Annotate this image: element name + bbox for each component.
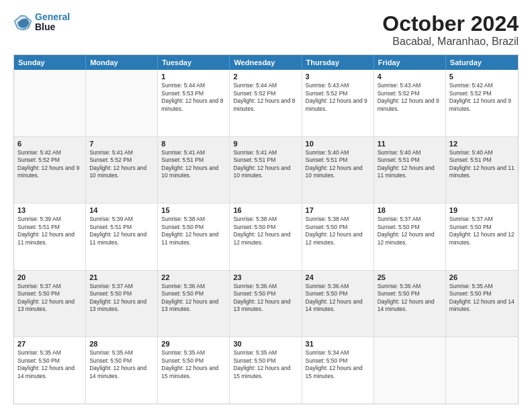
day-number: 24 bbox=[306, 273, 370, 281]
calendar-cell bbox=[446, 337, 518, 404]
day-number: 19 bbox=[449, 206, 515, 214]
day-number: 22 bbox=[161, 273, 226, 281]
calendar-cell: 17Sunrise: 5:38 AMSunset: 5:50 PMDayligh… bbox=[302, 203, 374, 270]
day-number: 4 bbox=[378, 73, 442, 81]
day-number: 21 bbox=[89, 273, 154, 281]
calendar-cell: 22Sunrise: 5:36 AMSunset: 5:50 PMDayligh… bbox=[158, 271, 230, 337]
day-number: 28 bbox=[89, 340, 154, 348]
day-info: Sunrise: 5:36 AMSunset: 5:50 PMDaylight:… bbox=[233, 283, 298, 314]
calendar-cell: 21Sunrise: 5:37 AMSunset: 5:50 PMDayligh… bbox=[86, 271, 158, 337]
day-number: 9 bbox=[233, 140, 298, 148]
day-info: Sunrise: 5:35 AMSunset: 5:50 PMDaylight:… bbox=[17, 349, 82, 380]
header-day-saturday: Saturday bbox=[446, 55, 518, 70]
calendar-cell: 24Sunrise: 5:36 AMSunset: 5:50 PMDayligh… bbox=[302, 271, 374, 337]
logo: General Blue bbox=[13, 12, 70, 33]
calendar-week-4: 20Sunrise: 5:37 AMSunset: 5:50 PMDayligh… bbox=[14, 270, 518, 337]
day-info: Sunrise: 5:36 AMSunset: 5:50 PMDaylight:… bbox=[161, 283, 226, 314]
day-number: 5 bbox=[449, 73, 515, 81]
day-number: 23 bbox=[233, 273, 298, 281]
calendar-body: 1Sunrise: 5:44 AMSunset: 5:53 PMDaylight… bbox=[14, 70, 518, 404]
calendar-cell: 30Sunrise: 5:35 AMSunset: 5:50 PMDayligh… bbox=[230, 337, 302, 404]
calendar-cell bbox=[86, 70, 158, 136]
page: General Blue October 2024 Bacabal, Maran… bbox=[0, 0, 532, 411]
day-number: 8 bbox=[161, 140, 226, 148]
day-number: 6 bbox=[17, 140, 82, 148]
calendar-cell: 25Sunrise: 5:36 AMSunset: 5:50 PMDayligh… bbox=[374, 271, 446, 337]
logo-line1: General bbox=[35, 11, 70, 22]
day-info: Sunrise: 5:39 AMSunset: 5:51 PMDaylight:… bbox=[17, 216, 82, 246]
day-number: 27 bbox=[17, 340, 82, 348]
day-info: Sunrise: 5:36 AMSunset: 5:50 PMDaylight:… bbox=[306, 283, 370, 314]
day-number: 1 bbox=[161, 73, 226, 81]
calendar-cell: 7Sunrise: 5:41 AMSunset: 5:52 PMDaylight… bbox=[86, 137, 158, 203]
calendar-cell: 28Sunrise: 5:35 AMSunset: 5:50 PMDayligh… bbox=[86, 337, 158, 404]
day-number: 15 bbox=[161, 206, 226, 214]
day-info: Sunrise: 5:43 AMSunset: 5:52 PMDaylight:… bbox=[378, 82, 442, 113]
calendar-cell: 12Sunrise: 5:40 AMSunset: 5:51 PMDayligh… bbox=[446, 137, 518, 203]
calendar-cell: 29Sunrise: 5:35 AMSunset: 5:50 PMDayligh… bbox=[158, 337, 230, 404]
logo-text: General Blue bbox=[35, 12, 70, 33]
day-number: 30 bbox=[233, 340, 298, 348]
day-number: 16 bbox=[233, 206, 298, 214]
header-day-friday: Friday bbox=[374, 55, 446, 70]
calendar-week-1: 1Sunrise: 5:44 AMSunset: 5:53 PMDaylight… bbox=[14, 70, 518, 136]
calendar-cell: 14Sunrise: 5:39 AMSunset: 5:51 PMDayligh… bbox=[86, 203, 158, 270]
day-info: Sunrise: 5:37 AMSunset: 5:50 PMDaylight:… bbox=[378, 216, 442, 246]
calendar-week-3: 13Sunrise: 5:39 AMSunset: 5:51 PMDayligh… bbox=[14, 203, 518, 270]
day-number: 10 bbox=[306, 140, 370, 148]
day-number: 3 bbox=[306, 73, 370, 81]
calendar-cell: 26Sunrise: 5:35 AMSunset: 5:50 PMDayligh… bbox=[446, 271, 518, 337]
day-info: Sunrise: 5:38 AMSunset: 5:50 PMDaylight:… bbox=[306, 216, 370, 246]
calendar-cell: 11Sunrise: 5:40 AMSunset: 5:51 PMDayligh… bbox=[374, 137, 446, 203]
title-block: October 2024 Bacabal, Maranhao, Brazil bbox=[382, 12, 519, 48]
day-info: Sunrise: 5:36 AMSunset: 5:50 PMDaylight:… bbox=[378, 283, 442, 314]
day-info: Sunrise: 5:38 AMSunset: 5:50 PMDaylight:… bbox=[161, 216, 226, 246]
day-number: 11 bbox=[378, 140, 442, 148]
day-number: 31 bbox=[306, 340, 370, 348]
day-info: Sunrise: 5:40 AMSunset: 5:51 PMDaylight:… bbox=[378, 149, 442, 180]
calendar-cell: 2Sunrise: 5:44 AMSunset: 5:52 PMDaylight… bbox=[230, 70, 302, 136]
calendar-cell: 9Sunrise: 5:41 AMSunset: 5:51 PMDaylight… bbox=[230, 137, 302, 203]
calendar-cell bbox=[14, 70, 86, 136]
day-info: Sunrise: 5:34 AMSunset: 5:50 PMDaylight:… bbox=[306, 349, 370, 380]
calendar-cell: 16Sunrise: 5:38 AMSunset: 5:50 PMDayligh… bbox=[230, 203, 302, 270]
day-info: Sunrise: 5:43 AMSunset: 5:52 PMDaylight:… bbox=[306, 82, 370, 113]
calendar: SundayMondayTuesdayWednesdayThursdayFrid… bbox=[13, 54, 519, 404]
day-info: Sunrise: 5:42 AMSunset: 5:52 PMDaylight:… bbox=[449, 82, 515, 113]
day-number: 18 bbox=[378, 206, 442, 214]
day-info: Sunrise: 5:37 AMSunset: 5:50 PMDaylight:… bbox=[449, 216, 515, 246]
calendar-cell: 18Sunrise: 5:37 AMSunset: 5:50 PMDayligh… bbox=[374, 203, 446, 270]
calendar-header: SundayMondayTuesdayWednesdayThursdayFrid… bbox=[14, 55, 518, 70]
header-day-wednesday: Wednesday bbox=[230, 55, 302, 70]
calendar-cell: 6Sunrise: 5:42 AMSunset: 5:52 PMDaylight… bbox=[14, 137, 86, 203]
page-subtitle: Bacabal, Maranhao, Brazil bbox=[382, 36, 519, 48]
day-info: Sunrise: 5:35 AMSunset: 5:50 PMDaylight:… bbox=[449, 283, 515, 314]
day-number: 7 bbox=[89, 140, 154, 148]
day-info: Sunrise: 5:39 AMSunset: 5:51 PMDaylight:… bbox=[89, 216, 154, 246]
logo-line2: Blue bbox=[35, 22, 70, 32]
day-number: 26 bbox=[449, 273, 515, 281]
calendar-cell: 8Sunrise: 5:41 AMSunset: 5:51 PMDaylight… bbox=[158, 137, 230, 203]
calendar-cell: 4Sunrise: 5:43 AMSunset: 5:52 PMDaylight… bbox=[374, 70, 446, 136]
day-info: Sunrise: 5:41 AMSunset: 5:52 PMDaylight:… bbox=[89, 149, 154, 180]
day-info: Sunrise: 5:41 AMSunset: 5:51 PMDaylight:… bbox=[233, 149, 298, 180]
calendar-cell: 27Sunrise: 5:35 AMSunset: 5:50 PMDayligh… bbox=[14, 337, 86, 404]
day-info: Sunrise: 5:44 AMSunset: 5:53 PMDaylight:… bbox=[161, 82, 226, 113]
day-info: Sunrise: 5:44 AMSunset: 5:52 PMDaylight:… bbox=[233, 82, 298, 113]
header-day-sunday: Sunday bbox=[14, 55, 86, 70]
calendar-week-2: 6Sunrise: 5:42 AMSunset: 5:52 PMDaylight… bbox=[14, 136, 518, 203]
day-info: Sunrise: 5:35 AMSunset: 5:50 PMDaylight:… bbox=[161, 349, 226, 380]
calendar-cell: 13Sunrise: 5:39 AMSunset: 5:51 PMDayligh… bbox=[14, 203, 86, 270]
day-info: Sunrise: 5:42 AMSunset: 5:52 PMDaylight:… bbox=[17, 149, 82, 180]
day-number: 14 bbox=[89, 206, 154, 214]
day-info: Sunrise: 5:35 AMSunset: 5:50 PMDaylight:… bbox=[89, 349, 154, 380]
day-number: 17 bbox=[306, 206, 370, 214]
day-info: Sunrise: 5:37 AMSunset: 5:50 PMDaylight:… bbox=[89, 283, 154, 314]
header-day-thursday: Thursday bbox=[302, 55, 374, 70]
calendar-cell: 20Sunrise: 5:37 AMSunset: 5:50 PMDayligh… bbox=[14, 271, 86, 337]
calendar-cell: 3Sunrise: 5:43 AMSunset: 5:52 PMDaylight… bbox=[302, 70, 374, 136]
day-number: 13 bbox=[17, 206, 82, 214]
calendar-week-5: 27Sunrise: 5:35 AMSunset: 5:50 PMDayligh… bbox=[14, 336, 518, 404]
header: General Blue October 2024 Bacabal, Maran… bbox=[13, 12, 519, 48]
calendar-cell: 15Sunrise: 5:38 AMSunset: 5:50 PMDayligh… bbox=[158, 203, 230, 270]
